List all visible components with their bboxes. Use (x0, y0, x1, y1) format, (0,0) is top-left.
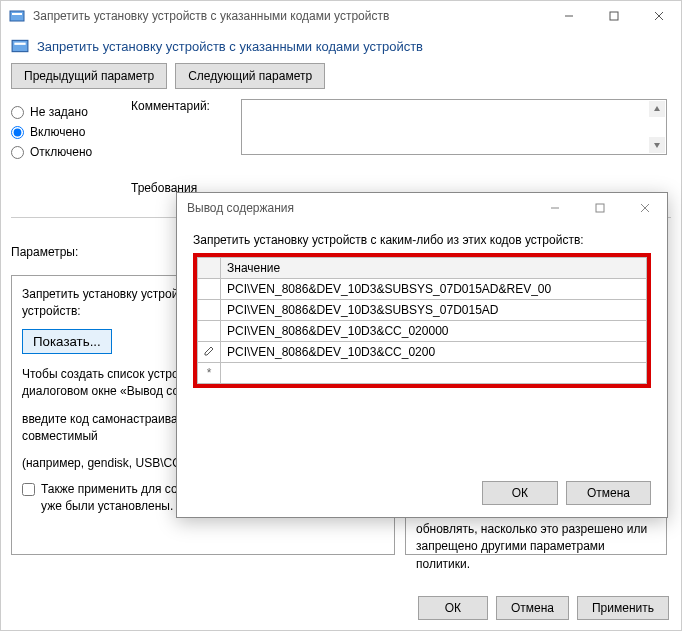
close-button[interactable] (636, 1, 681, 31)
radio-not-configured-input[interactable] (11, 106, 24, 119)
highlight-frame: Значение PCI\VEN_8086&DEV_10D3&SUBSYS_07… (193, 253, 651, 388)
table-row-new[interactable]: * (198, 363, 647, 384)
radio-disabled-label: Отключено (30, 145, 92, 159)
radio-enabled-input[interactable] (11, 126, 24, 139)
dialog-minimize-button[interactable] (532, 193, 577, 223)
scroll-down-icon[interactable] (649, 137, 665, 153)
dialog-cancel-button[interactable]: Отмена (566, 481, 651, 505)
row-marker-edit (198, 342, 221, 363)
dialog-footer: ОК Отмена (482, 481, 651, 505)
device-ids-table[interactable]: Значение PCI\VEN_8086&DEV_10D3&SUBSYS_07… (197, 257, 647, 384)
radio-disabled[interactable]: Отключено (11, 145, 121, 159)
cell-value[interactable]: PCI\VEN_8086&DEV_10D3&SUBSYS_07D015AD (221, 300, 647, 321)
cell-value[interactable]: PCI\VEN_8086&DEV_10D3&SUBSYS_07D015AD&RE… (221, 279, 647, 300)
svg-marker-8 (654, 106, 660, 111)
minimize-button[interactable] (546, 1, 591, 31)
policy-icon (9, 8, 25, 24)
dialog-ok-button[interactable]: ОК (482, 481, 558, 505)
ok-button[interactable]: ОК (418, 596, 488, 620)
window-controls (546, 1, 681, 31)
apply-existing-checkbox[interactable] (22, 483, 35, 496)
svg-rect-0 (10, 11, 24, 21)
svg-rect-3 (610, 12, 618, 20)
radio-not-configured-label: Не задано (30, 105, 88, 119)
radio-disabled-input[interactable] (11, 146, 24, 159)
dialog-body: Запретить установку устройств с каким-ли… (177, 223, 667, 394)
dialog-window-controls (532, 193, 667, 223)
row-header-blank (198, 258, 221, 279)
svg-rect-7 (14, 43, 25, 45)
scroll-up-icon[interactable] (649, 101, 665, 117)
comment-label: Комментарий: (131, 99, 210, 113)
show-button[interactable]: Показать... (22, 329, 112, 354)
radio-not-configured[interactable]: Не задано (11, 105, 121, 119)
maximize-button[interactable] (591, 1, 636, 31)
cancel-button[interactable]: Отмена (496, 596, 569, 620)
cell-value[interactable]: PCI\VEN_8086&DEV_10D3&CC_0200 (221, 342, 647, 363)
window-title: Запретить установку устройств с указанны… (33, 9, 546, 23)
dialog-title: Вывод содержания (187, 201, 532, 215)
policy-header-text: Запретить установку устройств с указанны… (37, 39, 423, 54)
table-header-row: Значение (198, 258, 647, 279)
svg-marker-9 (654, 143, 660, 148)
table-row[interactable]: PCI\VEN_8086&DEV_10D3&CC_0200 (198, 342, 647, 363)
svg-rect-6 (12, 40, 28, 51)
show-contents-dialog: Вывод содержания Запретить установку уст… (176, 192, 668, 518)
dialog-maximize-button[interactable] (577, 193, 622, 223)
svg-rect-11 (596, 204, 604, 212)
svg-rect-1 (12, 13, 22, 15)
titlebar: Запретить установку устройств с указанны… (1, 1, 681, 31)
table-row[interactable]: PCI\VEN_8086&DEV_10D3&SUBSYS_07D015AD (198, 300, 647, 321)
next-setting-button[interactable]: Следующий параметр (175, 63, 325, 89)
main-footer: ОК Отмена Применить (418, 596, 669, 620)
row-marker (198, 300, 221, 321)
cell-value-empty[interactable] (221, 363, 647, 384)
dialog-close-button[interactable] (622, 193, 667, 223)
policy-header: Запретить установку устройств с указанны… (1, 31, 681, 61)
nav-row: Предыдущий параметр Следующий параметр (1, 61, 681, 99)
table-row[interactable]: PCI\VEN_8086&DEV_10D3&SUBSYS_07D015AD&RE… (198, 279, 647, 300)
column-header-value: Значение (221, 258, 647, 279)
prev-setting-button[interactable]: Предыдущий параметр (11, 63, 167, 89)
dialog-instruction: Запретить установку устройств с каким-ли… (193, 233, 651, 247)
radio-enabled[interactable]: Включено (11, 125, 121, 139)
cell-value[interactable]: PCI\VEN_8086&DEV_10D3&CC_020000 (221, 321, 647, 342)
policy-icon (11, 37, 29, 55)
apply-button[interactable]: Применить (577, 596, 669, 620)
row-marker (198, 279, 221, 300)
table-row[interactable]: PCI\VEN_8086&DEV_10D3&CC_020000 (198, 321, 647, 342)
row-marker-new: * (198, 363, 221, 384)
parameters-label: Параметры: (11, 245, 78, 259)
comment-textarea[interactable] (241, 99, 667, 155)
dialog-titlebar: Вывод содержания (177, 193, 667, 223)
state-radio-group: Не задано Включено Отключено (11, 99, 121, 165)
radio-enabled-label: Включено (30, 125, 85, 139)
row-marker (198, 321, 221, 342)
